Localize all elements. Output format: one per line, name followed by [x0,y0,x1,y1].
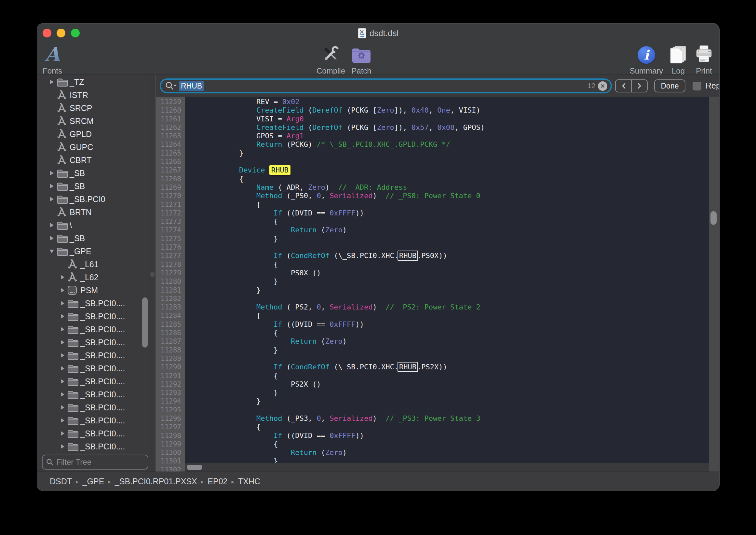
breadcrumb-separator-icon: ▸ [76,478,79,485]
fonts-button[interactable]: A Fonts [37,43,77,75]
line-number: 11288 [156,346,185,354]
tree-item[interactable]: _SB [47,180,141,193]
vertical-scrollbar[interactable] [709,97,719,471]
print-button[interactable]: Print [680,43,719,75]
tree-item[interactable]: _GPE [47,245,141,258]
tree-item[interactable]: ISTR [47,89,141,101]
tree-item[interactable]: _SB.PCI0.... [58,297,141,310]
breadcrumb-item[interactable]: _GPE [83,477,104,486]
tree-item[interactable]: _SB.PCI0.... [58,336,141,349]
document-icon [358,28,366,39]
tree-item[interactable]: SRCM [47,115,141,127]
line-number: 11285 [156,320,185,329]
breadcrumb-item[interactable]: TXHC [238,477,260,486]
disclosure-collapsed-icon[interactable] [58,443,68,449]
disclosure-collapsed-icon[interactable] [58,287,68,293]
disclosure-collapsed-icon[interactable] [58,417,68,423]
breadcrumb-item[interactable]: EP02 [207,477,228,486]
disclosure-collapsed-icon[interactable] [58,274,68,280]
disclosure-collapsed-icon[interactable] [47,235,57,241]
disclosure-collapsed-icon[interactable] [58,352,68,358]
tree-item[interactable]: \ [47,219,141,232]
filter-tree-input[interactable] [56,458,157,467]
vertical-scrollbar-thumb[interactable] [711,211,716,225]
folder-icon [68,429,80,438]
tree-item[interactable]: _SB.PCI0.... [58,427,141,440]
tree-item-label: CBRT [69,155,92,165]
disclosure-collapsed-icon[interactable] [58,365,68,371]
method-icon [57,142,69,152]
tree-item[interactable]: _SB.PCI0.... [58,310,141,323]
previous-match-button[interactable] [616,80,632,92]
search-icon[interactable] [165,81,176,91]
tree-item[interactable]: _SB.PCI0.... [58,323,141,336]
tree-item[interactable]: _L62 [58,271,141,284]
line-number: 11277 [156,252,185,260]
line-number-gutter: 1125911260112611126211263112641126511266… [156,97,185,471]
code-line: { [187,440,709,448]
tree-item[interactable]: _SB.PCI0.... [58,349,141,362]
tree-item[interactable]: _SB [47,232,141,245]
code-line: If ((DVID == 0xFFFF)) [187,320,709,329]
disclosure-collapsed-icon[interactable] [58,339,68,345]
summary-info-icon: i [637,43,655,64]
pane-splitter[interactable] [148,75,156,471]
tree-item-label: SRCP [69,103,92,113]
replace-checkbox[interactable] [692,82,701,91]
code-editor[interactable]: REV = 0x02 CreateField (DerefOf (PCKG [Z… [185,97,709,464]
tree-item-label: _SB.PCI0.... [80,442,125,451]
find-query-text[interactable]: RHUB [179,81,203,91]
tree-item[interactable]: _SB.PCI0.... [58,440,141,453]
tree-item[interactable]: _SB.PCI0.... [58,388,141,401]
tree-item-label: _SB.PCI0.... [80,312,125,321]
tree-item[interactable]: _SB.PCI0.... [58,375,141,388]
next-match-button[interactable] [632,80,647,92]
disclosure-collapsed-icon[interactable] [47,183,57,189]
disclosure-collapsed-icon[interactable] [58,391,68,397]
disclosure-collapsed-icon[interactable] [58,405,68,410]
code-line: Method (_PS2, 0, Serialized) // _PS2: Po… [187,303,709,311]
done-button[interactable]: Done [654,79,686,93]
patch-button[interactable]: Patch [337,43,386,75]
tree-item[interactable]: _SB [47,167,141,180]
method-icon [57,90,69,100]
tree-item[interactable]: SRCP [47,101,141,115]
disclosure-collapsed-icon[interactable] [58,431,68,436]
disclosure-collapsed-icon[interactable] [58,379,68,384]
code-line: Name (_ADR, Zero) // _ADR: Address [187,183,709,192]
tree-item[interactable]: _SB.PCI0.... [58,414,141,427]
disclosure-collapsed-icon[interactable] [58,326,68,332]
disclosure-collapsed-icon[interactable] [47,79,57,85]
tree-item[interactable]: BRTN [47,206,141,219]
clear-search-icon[interactable]: ✕ [598,81,608,91]
breadcrumb-item[interactable]: _SB.PCI0.RP01.PXSX [115,477,197,486]
breadcrumb-item[interactable]: DSDT [50,477,72,486]
horizontal-scrollbar[interactable] [185,463,709,471]
folder-icon [57,78,69,87]
tree-item-label: _SB.PCI0.... [80,429,125,438]
tree-item[interactable]: _SB.PCI0.... [58,401,141,414]
line-number: 11264 [156,140,185,149]
horizontal-scrollbar-thumb[interactable] [187,465,202,470]
tree-item[interactable]: _SB.PCI0 [47,193,141,206]
filter-tree-field[interactable] [42,455,148,469]
sidebar: _TZISTRSRCPSRCMGPLDGUPCCBRT_SB_SB_SB.PCI… [37,75,148,471]
tree-item[interactable]: _L61 [58,258,141,271]
tree-item[interactable]: PSM [58,284,141,297]
tree-item[interactable]: CBRT [47,154,141,167]
line-number: 11286 [156,329,185,337]
tree-item[interactable]: GUPC [47,141,141,154]
disclosure-expanded-icon[interactable] [47,249,57,254]
disclosure-collapsed-icon[interactable] [47,196,57,202]
disclosure-collapsed-icon[interactable] [58,300,68,306]
tree-item[interactable]: _TZ [47,75,141,89]
window-title: dsdt.dsl [369,28,399,39]
tree-item[interactable]: _SB.PCI0.... [58,362,141,375]
tree-item[interactable]: GPLD [47,127,141,141]
line-number: 11289 [156,354,185,363]
find-field[interactable]: RHUB 12 ✕ [160,78,612,94]
sidebar-scrollbar-thumb[interactable] [142,297,148,348]
disclosure-collapsed-icon[interactable] [47,170,57,176]
disclosure-collapsed-icon[interactable] [58,313,68,319]
disclosure-collapsed-icon[interactable] [47,222,57,228]
